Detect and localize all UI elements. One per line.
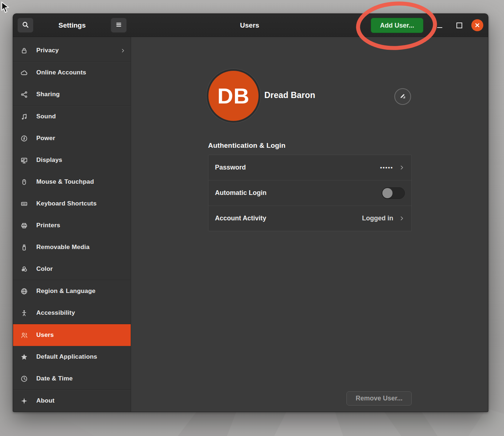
avatar[interactable]: DB [208,71,259,121]
sidebar-item-label: Printers [36,222,126,229]
sidebar-item-label: About [36,397,126,404]
titlebar-content-section: Users Add User... [131,14,488,37]
account-activity-label: Account Activity [215,215,362,222]
automatic-login-row: Automatic Login [208,180,411,205]
remove-user-button[interactable]: Remove User... [346,391,412,406]
mouse-cursor [1,1,10,14]
globe-icon [20,287,28,296]
automatic-login-label: Automatic Login [215,189,382,197]
sidebar-item-color[interactable]: Color [13,258,131,280]
sidebar-item-keyboard-shortcuts[interactable]: Keyboard Shortcuts [13,193,131,215]
menu-icon [115,21,122,30]
sidebar-item-label: Date & Time [36,375,126,382]
sparkle-icon [20,396,28,405]
sidebar-item-mouse-touchpad[interactable]: Mouse & Touchpad [13,171,131,193]
mouse-icon [20,178,28,186]
cloud-icon [20,68,28,77]
sidebar-item-label: Removable Media [36,244,126,251]
sidebar-item-label: Accessibility [36,309,126,317]
sidebar-item-label: Sound [36,113,126,120]
close-icon [471,19,483,31]
sidebar-item-label: Power [36,135,126,142]
sidebar-item-displays[interactable]: Displays [13,149,131,171]
sidebar-item-power[interactable]: Power [13,127,131,149]
sidebar-item-region-language[interactable]: Region & Language [13,280,131,302]
sidebar-item-label: Region & Language [36,288,126,295]
sidebar-item-about[interactable]: About [13,390,131,412]
maximize-button[interactable] [454,14,465,37]
sidebar-item-label: Privacy [36,47,120,54]
sidebar-item-online-accounts[interactable]: Online Accounts [13,62,131,83]
search-button[interactable] [17,18,33,33]
users-panel: DB Dread Baron Authentication & Login Pa… [131,37,488,412]
toggle-knob [382,188,393,198]
sidebar-item-default-applications[interactable]: Default Applications [13,346,131,368]
account-activity-value: Logged in [362,215,393,222]
sidebar-item-users[interactable]: Users [13,324,131,346]
desktop: { "header": { "sidebar_title": "Settings… [0,0,504,436]
sidebar-nav: PrivacyOnline AccountsSharingSoundPowerD… [13,37,131,412]
user-full-name: Dread Baron [264,90,315,100]
sidebar-item-label: Mouse & Touchpad [36,178,126,186]
sidebar-item-removable-media[interactable]: Removable Media [13,236,131,258]
share-icon [20,90,28,99]
pencil-icon [399,92,406,101]
chevron-right-icon [398,215,405,222]
search-icon [22,21,29,30]
keyboard-icon [20,199,28,208]
auth-card: Password ••••• Automatic Login Account A… [208,155,412,231]
minimize-icon [437,27,442,28]
sidebar-item-label: Keyboard Shortcuts [36,200,126,207]
sidebar-item-label: Online Accounts [36,69,126,76]
display-icon [20,156,28,164]
page-title: Users [131,14,368,37]
power-icon [20,134,28,143]
settings-window: Settings Users Add User... PrivacyOnline… [13,13,488,412]
sidebar-item-label: Color [36,265,126,273]
users-icon [20,331,28,339]
music-note-icon [20,112,28,121]
sidebar-item-printers[interactable]: Printers [13,215,131,236]
sidebar-item-label: Sharing [36,91,126,98]
sidebar-item-privacy[interactable]: Privacy [13,40,131,61]
minimize-button[interactable] [434,14,445,37]
account-activity-row[interactable]: Account Activity Logged in [208,205,411,231]
titlebar: Settings Users Add User... [13,14,488,37]
chevron-right-icon [398,164,405,171]
lock-icon [20,46,28,55]
clock-icon [20,374,28,383]
sidebar-item-label: Default Applications [36,353,126,360]
accessibility-icon [20,309,28,317]
sidebar-item-sharing[interactable]: Sharing [13,83,131,105]
sidebar-item-date-time[interactable]: Date & Time [13,368,131,390]
sidebar-item-sound[interactable]: Sound [13,106,131,127]
password-row[interactable]: Password ••••• [208,155,411,180]
printer-icon [20,221,28,230]
automatic-login-toggle[interactable] [382,187,405,199]
usb-icon [20,243,28,252]
password-dots: ••••• [380,164,393,171]
maximize-icon [456,23,462,28]
sidebar-item-label: Users [36,331,126,339]
close-button[interactable] [471,14,484,37]
titlebar-sidebar-section: Settings [13,14,131,37]
sidebar-item-label: Displays [36,156,126,164]
color-icon [20,265,28,273]
auth-section-heading: Authentication & Login [208,142,285,150]
menu-button[interactable] [111,18,127,33]
edit-avatar-button[interactable] [394,88,411,105]
add-user-button[interactable]: Add User... [371,18,423,33]
sidebar-item-accessibility[interactable]: Accessibility [13,302,131,324]
chevron-right-icon [120,48,126,53]
star-icon [20,353,28,361]
password-label: Password [215,164,380,171]
